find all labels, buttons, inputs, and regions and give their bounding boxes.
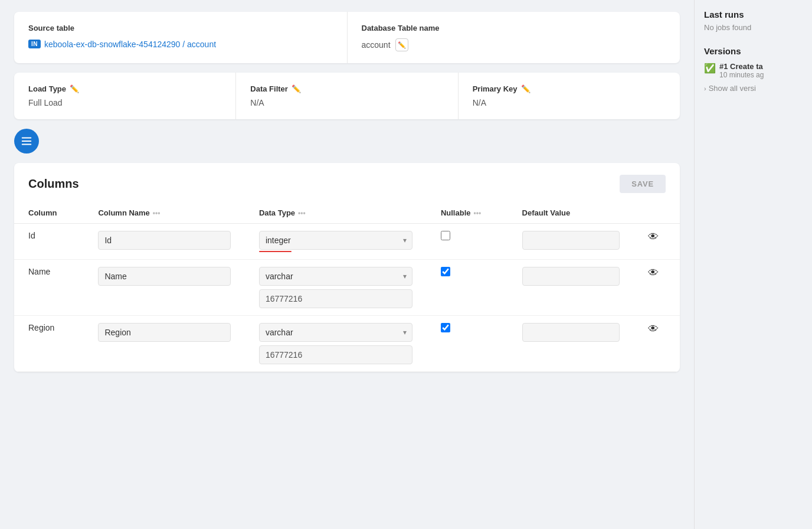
versions-title: Versions [704, 46, 803, 56]
validation-underline [259, 251, 292, 252]
data-filter-value: N/A [250, 98, 443, 107]
row-1-default-value-cell [508, 260, 634, 316]
row-0-nullable-checkbox[interactable] [441, 231, 450, 240]
primary-key-edit-icon[interactable]: ✏️ [521, 84, 531, 93]
load-type-value: Full Load [28, 98, 221, 107]
row-0-column: Id [14, 224, 84, 260]
primary-key-value: N/A [473, 98, 666, 107]
row-1-nullable-cell [427, 260, 508, 316]
version-time: 10 minutes ag [719, 71, 764, 79]
version-item-0: ✅#1 Create ta10 minutes ag [704, 62, 803, 79]
row-0-data-type-cell: integervarcharbooleandatetimestampfloatn… [245, 224, 427, 260]
row-1-default-value-input[interactable] [522, 267, 620, 286]
row-0-eye-icon[interactable]: 👁 [648, 231, 659, 243]
data-filter-label: Data Filter [250, 84, 288, 93]
col-header-name: Column Name [98, 208, 149, 217]
source-table-link[interactable]: keboola-ex-db-snowflake-454124290 / acco… [44, 40, 216, 49]
col-header-type: Data Type [259, 208, 295, 217]
row-0-action-cell: 👁 [634, 224, 680, 260]
nullable-menu-icon[interactable]: ••• [473, 209, 481, 217]
no-jobs-text: No jobs found [704, 23, 803, 32]
check-circle-icon: ✅ [704, 63, 716, 74]
row-1-column: Name [14, 260, 84, 316]
row-0-default-value-input[interactable] [522, 231, 620, 250]
table-row: Regionintegervarcharbooleandatetimestamp… [14, 316, 680, 372]
save-button[interactable]: SAVE [620, 175, 666, 193]
source-table-label: Source table [28, 24, 333, 32]
svg-rect-2 [22, 144, 32, 145]
row-0-data-type-select[interactable]: integervarcharbooleandatetimestampfloatn… [259, 231, 412, 250]
db-table-label: Database Table name [362, 24, 666, 32]
db-table-value: account [362, 40, 391, 50]
row-2-column-name-input[interactable] [98, 323, 230, 342]
row-2-size-input[interactable] [259, 345, 412, 364]
row-2-nullable-cell [427, 316, 508, 372]
svg-rect-0 [22, 138, 32, 139]
row-0-nullable-cell [427, 224, 508, 260]
db-table-edit-button[interactable]: ✏️ [395, 38, 408, 51]
last-runs-title: Last runs [704, 9, 803, 19]
row-2-default-value-input[interactable] [522, 323, 620, 342]
show-all-label: Show all versi [709, 84, 756, 93]
row-1-nullable-checkbox[interactable] [441, 267, 450, 276]
svg-rect-1 [22, 141, 32, 142]
col-header-nullable: Nullable [441, 208, 471, 217]
row-1-data-type-select[interactable]: integervarcharbooleandatetimestampfloatn… [259, 267, 412, 286]
columns-icon [14, 129, 39, 154]
columns-title: Columns [28, 177, 79, 191]
show-all-versions[interactable]: › Show all versi [704, 84, 803, 93]
row-1-data-type-cell: integervarcharbooleandatetimestampfloatn… [245, 260, 427, 316]
primary-key-label: Primary Key [473, 84, 518, 93]
row-2-default-value-cell [508, 316, 634, 372]
row-2-data-type-cell: integervarcharbooleandatetimestampfloatn… [245, 316, 427, 372]
row-2-action-cell: 👁 [634, 316, 680, 372]
chevron-right-icon: › [704, 85, 706, 92]
row-2-nullable-checkbox[interactable] [441, 323, 450, 332]
row-2-eye-icon[interactable]: 👁 [648, 323, 659, 335]
table-row: Nameintegervarcharbooleandatetimestampfl… [14, 260, 680, 316]
row-1-size-input[interactable] [259, 289, 412, 308]
row-0-column-name-cell [84, 224, 244, 260]
row-1-eye-icon[interactable]: 👁 [648, 267, 659, 279]
table-row: Idintegervarcharbooleandatetimestampfloa… [14, 224, 680, 260]
col-header-column: Column [28, 208, 57, 217]
row-0-column-name-input[interactable] [98, 231, 230, 250]
data-filter-edit-icon[interactable]: ✏️ [292, 84, 301, 93]
column-name-menu-icon[interactable]: ••• [153, 209, 161, 217]
row-1-column-name-input[interactable] [98, 267, 230, 286]
row-2-column-name-cell [84, 316, 244, 372]
row-1-action-cell: 👁 [634, 260, 680, 316]
load-type-label: Load Type [28, 84, 66, 93]
row-1-column-name-cell [84, 260, 244, 316]
col-header-default: Default Value [522, 208, 571, 217]
row-2-data-type-select[interactable]: integervarcharbooleandatetimestampfloatn… [259, 323, 412, 342]
data-type-menu-icon[interactable]: ••• [298, 209, 306, 217]
row-0-default-value-cell [508, 224, 634, 260]
row-2-column: Region [14, 316, 84, 372]
load-type-edit-icon[interactable]: ✏️ [70, 84, 79, 93]
version-number-label: #1 Create ta [719, 62, 764, 71]
in-badge: IN [28, 40, 41, 48]
